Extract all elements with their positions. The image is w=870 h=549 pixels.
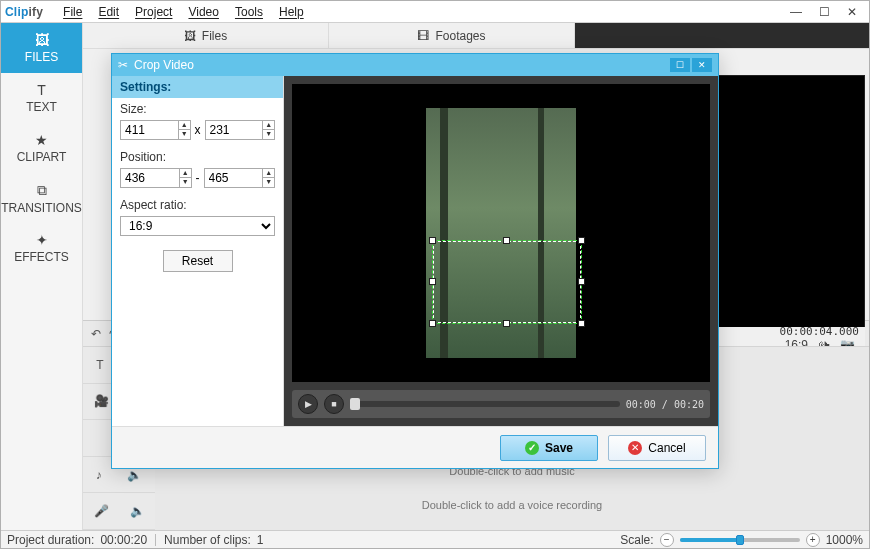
tool-transitions[interactable]: ⧉TRANSITIONS [1, 173, 82, 223]
menu-video[interactable]: Video [180, 3, 226, 21]
mute-icon-2[interactable]: 🔈 [127, 468, 142, 482]
voice-track-hint[interactable]: Double-click to add a voice recording [422, 499, 602, 511]
status-scale-label: Scale: [620, 533, 653, 547]
crop-playbar: ▶ ■ 00:00 / 00:20 [292, 390, 710, 418]
size-label: Size: [112, 98, 283, 118]
spin-down-icon[interactable]: ▼ [263, 130, 274, 139]
app-logo: Clipify [5, 4, 43, 19]
status-duration: 00:00:20 [100, 533, 147, 547]
crop-settings-panel: Settings: Size: ▲▼ x ▲▼ Position: ▲▼ - ▲… [112, 76, 284, 426]
file-tabs: 🖼Files 🎞Footages [83, 23, 869, 49]
main-menu: File Edit Project Video Tools Help [55, 3, 312, 21]
tool-text[interactable]: TTEXT [1, 73, 82, 123]
crop-handle[interactable] [429, 237, 436, 244]
menu-help[interactable]: Help [271, 3, 312, 21]
mute-icon-3[interactable]: 🔈 [130, 504, 145, 518]
status-bar: Project duration: 00:00:20 Number of cli… [1, 530, 869, 548]
reset-button[interactable]: Reset [163, 250, 233, 272]
track-text-icon[interactable]: T [96, 358, 103, 372]
window-minimize-button[interactable]: — [783, 4, 809, 20]
crop-x-input[interactable]: ▲▼ [120, 168, 192, 188]
menu-project[interactable]: Project [127, 3, 180, 21]
dialog-title: Crop Video [134, 58, 194, 72]
check-icon: ✓ [525, 441, 539, 455]
dialog-title-bar[interactable]: ✂ Crop Video ☐ ✕ [112, 54, 718, 76]
dialog-close-button[interactable]: ✕ [692, 58, 712, 72]
menu-file[interactable]: File [55, 3, 90, 21]
crop-y-input[interactable]: ▲▼ [204, 168, 276, 188]
crop-time: 00:00 / 00:20 [626, 399, 704, 410]
crop-handle[interactable] [503, 237, 510, 244]
images-icon: 🖼 [184, 29, 196, 43]
menu-tools[interactable]: Tools [227, 3, 271, 21]
files-icon: 🖼 [35, 32, 49, 48]
spin-up-icon[interactable]: ▲ [180, 169, 191, 178]
dialog-maximize-button[interactable]: ☐ [670, 58, 690, 72]
cancel-icon: ✕ [628, 441, 642, 455]
crop-handle[interactable] [578, 278, 585, 285]
tool-effects[interactable]: ✦EFFECTS [1, 223, 82, 273]
window-close-button[interactable]: ✕ [839, 4, 865, 20]
track-music-icon[interactable]: ♪ [96, 468, 102, 482]
star-icon: ★ [35, 132, 48, 148]
left-toolbar: 🖼FILES TTEXT ★CLIPART ⧉TRANSITIONS ✦EFFE… [1, 23, 83, 530]
crop-width-input[interactable]: ▲▼ [120, 120, 191, 140]
aspect-ratio-select[interactable]: 16:9 [120, 216, 275, 236]
zoom-in-button[interactable]: + [806, 533, 820, 547]
crop-handle[interactable] [578, 237, 585, 244]
crop-preview: ▶ ■ 00:00 / 00:20 [284, 76, 718, 426]
crop-canvas[interactable] [292, 84, 710, 382]
zoom-out-button[interactable]: − [660, 533, 674, 547]
tool-clipart[interactable]: ★CLIPART [1, 123, 82, 173]
aspect-ratio-label: Aspect ratio: [112, 194, 283, 214]
spin-down-icon[interactable]: ▼ [180, 178, 191, 187]
play-button[interactable]: ▶ [298, 394, 318, 414]
track-video-icon[interactable]: 🎥 [94, 394, 109, 408]
zoom-slider[interactable] [680, 538, 800, 542]
menu-edit[interactable]: Edit [90, 3, 127, 21]
wand-icon: ✦ [36, 232, 48, 248]
crop-handle[interactable] [503, 320, 510, 327]
status-clips: 1 [257, 533, 264, 547]
tab-footages[interactable]: 🎞Footages [329, 23, 575, 48]
spin-up-icon[interactable]: ▲ [263, 169, 274, 178]
crop-video-dialog: ✂ Crop Video ☐ ✕ Settings: Size: ▲▼ x ▲▼… [111, 53, 719, 469]
crop-height-input[interactable]: ▲▼ [205, 120, 276, 140]
preview-header [575, 23, 869, 48]
timeline-timecode: 00:00:04.000 [780, 325, 859, 338]
crop-handle[interactable] [578, 320, 585, 327]
status-scale-value: 1000% [826, 533, 863, 547]
crop-handle[interactable] [429, 278, 436, 285]
status-duration-label: Project duration: [7, 533, 94, 547]
title-bar: Clipify File Edit Project Video Tools He… [1, 1, 869, 23]
save-button[interactable]: ✓Save [500, 435, 598, 461]
track-voice-icon[interactable]: 🎤 [94, 504, 109, 518]
status-clips-label: Number of clips: [164, 533, 251, 547]
crop-seek-slider[interactable] [350, 401, 620, 407]
undo-icon[interactable]: ↶ [91, 327, 101, 341]
stop-button[interactable]: ■ [324, 394, 344, 414]
spin-up-icon[interactable]: ▲ [263, 121, 274, 130]
cancel-button[interactable]: ✕Cancel [608, 435, 706, 461]
spin-down-icon[interactable]: ▼ [263, 178, 274, 187]
crop-rectangle[interactable] [432, 240, 582, 324]
position-label: Position: [112, 146, 283, 166]
spin-up-icon[interactable]: ▲ [179, 121, 190, 130]
crop-handle[interactable] [429, 320, 436, 327]
crop-icon: ✂ [118, 58, 128, 72]
settings-header: Settings: [112, 76, 283, 98]
tool-files[interactable]: 🖼FILES [1, 23, 82, 73]
tab-files[interactable]: 🖼Files [83, 23, 329, 48]
spin-down-icon[interactable]: ▼ [179, 130, 190, 139]
text-icon: T [37, 82, 46, 98]
window-maximize-button[interactable]: ☐ [811, 4, 837, 20]
transitions-icon: ⧉ [37, 182, 47, 199]
film-icon: 🎞 [417, 29, 429, 43]
